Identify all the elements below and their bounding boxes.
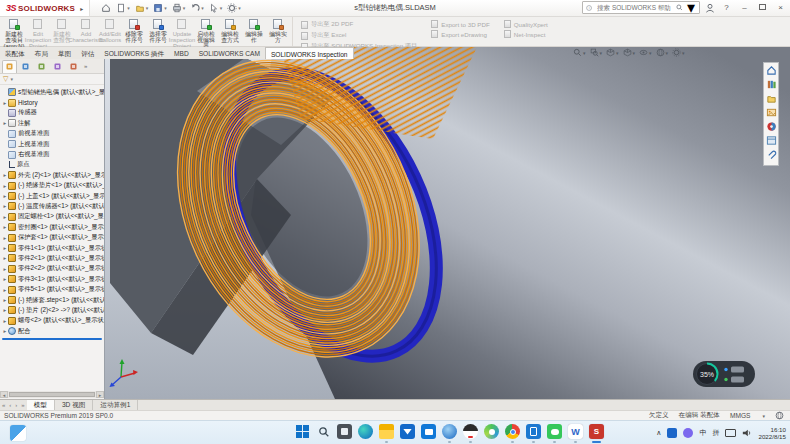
tree-item[interactable]: ▸外壳 (2)<1> (默认<<默认>_显示状 — [0, 170, 104, 180]
display-style-icon[interactable]: ▾ — [623, 48, 636, 57]
edit-operations-button[interactable]: 编辑操作 — [242, 18, 266, 43]
volume-icon[interactable] — [742, 428, 752, 438]
store-icon[interactable] — [421, 424, 436, 439]
print-icon[interactable]: ▾ — [171, 2, 187, 14]
zoom-fit-icon[interactable]: ▾ — [573, 48, 586, 57]
configuration-manager-tab[interactable] — [34, 60, 49, 73]
tree-item[interactable]: 传感器 — [0, 108, 104, 118]
tree-item[interactable]: ▸(-) 垫片 (2)<2> ->? (默认<<默认> — [0, 305, 104, 315]
tree-item[interactable]: 上视基准面 — [0, 139, 104, 149]
scroll-left-icon[interactable]: ◂ — [0, 391, 8, 398]
taskbar-clock[interactable]: 16:102022/8/15 — [758, 426, 786, 440]
360-icon[interactable] — [484, 424, 499, 439]
tab-solidworks-inspection[interactable]: SOLIDWORKS Inspection — [265, 47, 354, 59]
solidworks-icon[interactable]: S — [589, 424, 604, 439]
security-shield-icon[interactable] — [667, 428, 677, 438]
home-icon[interactable] — [100, 2, 112, 14]
antivirus-icon[interactable] — [683, 428, 693, 438]
tab-solidworks-cam[interactable]: SOLIDWORKS CAM — [194, 47, 265, 59]
appearance-icon[interactable]: ▾ — [656, 48, 669, 57]
tree-item[interactable]: ▸(-) 绝缘套.step<1> (默认<<默认> — [0, 295, 104, 305]
taskview-icon[interactable] — [337, 424, 352, 439]
qq-icon[interactable] — [463, 424, 478, 439]
open-icon[interactable]: ▾ — [134, 2, 150, 14]
tab-装配体[interactable]: 装配体 — [0, 47, 30, 59]
close-button[interactable]: × — [774, 1, 787, 14]
help-button[interactable]: ? — [720, 1, 733, 14]
edit-inspection-methods-button[interactable]: 编辑检查方式 — [218, 18, 242, 43]
rollback-bar[interactable] — [2, 338, 102, 340]
zoom-area-icon[interactable]: ▾ — [590, 48, 603, 57]
remove-balloons-button[interactable]: 移除零件序号 — [122, 18, 146, 43]
tree-item[interactable]: 右视基准面 — [0, 149, 104, 159]
explorer-icon[interactable] — [379, 424, 394, 439]
browser-icon[interactable] — [442, 424, 457, 439]
scene-icon[interactable]: ▾ — [672, 48, 685, 57]
tree-item[interactable]: ▸注解 — [0, 118, 104, 128]
display-manager-tab[interactable] — [66, 60, 81, 73]
appearances-icon[interactable] — [766, 121, 777, 132]
select-balloons-button[interactable]: 选择零件序号 — [146, 18, 170, 43]
hide-show-icon[interactable]: ▾ — [639, 48, 652, 57]
panel-tabs-overflow-icon[interactable]: » — [84, 63, 87, 69]
start-icon[interactable] — [295, 424, 310, 439]
edge-icon[interactable] — [358, 424, 373, 439]
file-explorer-icon[interactable] — [766, 93, 777, 104]
tree-item[interactable]: ▸History — [0, 97, 104, 107]
tree-item[interactable]: ▸密封圈<1> (默认<<默认>_显示状 — [0, 222, 104, 232]
widgets-icon[interactable] — [10, 425, 26, 441]
tree-horizontal-scrollbar[interactable]: ◂ ▸ — [0, 391, 104, 398]
dimxpert-tab[interactable] — [50, 60, 65, 73]
units-caret-icon[interactable]: ▾ — [762, 413, 765, 419]
doc-tab-nav-icon[interactable]: » — [19, 400, 26, 410]
restore-button[interactable] — [756, 1, 769, 14]
help-search-box[interactable]: i ▾ — [582, 1, 700, 14]
new-doc-icon[interactable]: ▾ — [115, 2, 131, 14]
scroll-thumb[interactable] — [9, 392, 95, 397]
wps-icon[interactable]: W — [568, 424, 583, 439]
tab-评估[interactable]: 评估 — [76, 47, 99, 59]
login-person-icon[interactable] — [705, 3, 715, 13]
tab-mbd[interactable]: MBD — [169, 47, 194, 59]
recorder-overlay-widget[interactable]: 35% — [693, 361, 755, 387]
tab-草图[interactable]: 草图 — [53, 47, 76, 59]
feature-tree-tab[interactable] — [2, 60, 17, 73]
tree-item[interactable]: 前视基准面 — [0, 129, 104, 139]
property-manager-tab[interactable] — [18, 60, 33, 73]
ime-language-indicator[interactable]: 中 — [699, 428, 706, 438]
wechat-icon[interactable] — [547, 424, 562, 439]
filter-caret-icon[interactable]: ▾ — [10, 76, 13, 82]
tree-item[interactable]: ▸(-) 上盖<1> (默认<<默认>_显示状 — [0, 191, 104, 201]
tree-item[interactable]: ▸保护套<1> (默认<<默认>_显示状 — [0, 232, 104, 242]
launch-inspection-editor-button[interactable]: 启动检视编辑器 — [194, 18, 218, 49]
status-item-2[interactable]: MMGS — [730, 412, 751, 419]
scroll-right-icon[interactable]: ▸ — [96, 391, 104, 398]
tree-item[interactable]: ▸零件2<2> (默认<<默认>_显示状态 — [0, 264, 104, 274]
minimize-button[interactable]: – — [738, 1, 751, 14]
mail-icon[interactable] — [400, 424, 415, 439]
tree-filter-row[interactable]: ▽ ▾ — [0, 74, 104, 85]
design-library-icon[interactable] — [766, 79, 777, 90]
chrome-icon[interactable] — [505, 424, 520, 439]
view-orientation-icon[interactable]: ▾ — [606, 48, 619, 57]
search-caret-icon[interactable]: ▾ — [686, 0, 696, 18]
tree-root-assembly[interactable]: s型铂铑热电偶 (默认<默认>_显示状态-1 — [0, 87, 104, 97]
menu-expander-icon[interactable]: ▸ — [80, 5, 83, 12]
search-icon[interactable] — [316, 424, 331, 439]
tree-item[interactable]: ▸固定螺栓<1> (默认<<默认>_显示 — [0, 212, 104, 222]
device-icon[interactable] — [526, 424, 541, 439]
undo-icon[interactable]: ▾ — [189, 2, 205, 14]
edit-actual-button[interactable]: 编辑实方 — [266, 18, 290, 43]
select-cursor-icon[interactable]: ▾ — [208, 2, 224, 14]
tab-solidworks-插件[interactable]: SOLIDWORKS 插件 — [99, 47, 169, 59]
view-palette-icon[interactable] — [766, 107, 777, 118]
tab-布局[interactable]: 布局 — [30, 47, 53, 59]
viewport-canvas[interactable]: 35% — [105, 47, 790, 399]
tree-item[interactable]: ▸(-) 温度传感器<1> (默认<<默认>_ — [0, 201, 104, 211]
tray-expand-icon[interactable]: ∧ — [656, 429, 661, 437]
tree-item[interactable]: ▸配合 — [0, 326, 104, 336]
globe-icon[interactable] — [775, 411, 784, 421]
tree-item[interactable]: ▸零件3<1> (默认<<默认>_显示状态 — [0, 274, 104, 284]
options-gear-icon[interactable]: ▾ — [226, 2, 242, 14]
tree-item[interactable]: ▸零件1<1> (默认<<默认>_显示状态 — [0, 243, 104, 253]
